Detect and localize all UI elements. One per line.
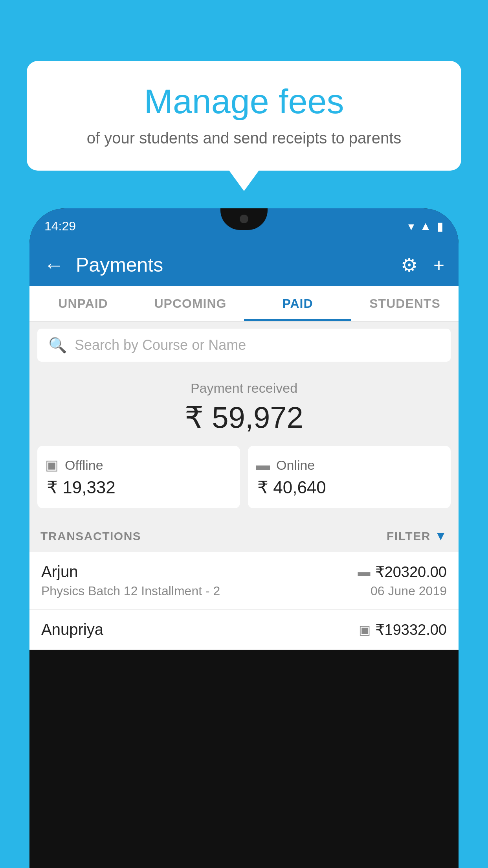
search-bar[interactable]: 🔍 Search by Course or Name xyxy=(37,329,451,362)
transaction-amount: ▬ ₹20320.00 xyxy=(358,563,447,581)
status-bar: 14:29 ▾ ▲ ▮ xyxy=(29,208,459,244)
tabs-bar: UNPAID UPCOMING PAID STUDENTS xyxy=(29,286,459,322)
tab-paid[interactable]: PAID xyxy=(244,286,351,321)
tab-students[interactable]: STUDENTS xyxy=(351,286,459,321)
transactions-header: TRANSACTIONS FILTER ▼ xyxy=(29,520,459,552)
bubble-title: Manage fees xyxy=(50,83,438,121)
payment-summary: Payment received ₹ 59,972 ▣ Offline ₹ 19… xyxy=(29,369,459,520)
offline-icon: ▣ xyxy=(45,457,59,473)
offline-amount: ₹ 19,332 xyxy=(45,477,232,497)
bubble-subtitle: of your students and send receipts to pa… xyxy=(50,129,438,147)
app-header: ← Payments ⚙ + xyxy=(29,244,459,286)
payment-total-amount: ₹ 59,972 xyxy=(37,400,451,435)
filter-button[interactable]: FILTER ▼ xyxy=(387,529,448,543)
payment-cards: ▣ Offline ₹ 19,332 ▬ Online ₹ 40,640 xyxy=(37,446,451,508)
tab-upcoming[interactable]: UPCOMING xyxy=(137,286,244,321)
online-amount: ₹ 40,640 xyxy=(256,477,443,497)
payment-received-label: Payment received xyxy=(37,381,451,396)
offline-label: Offline xyxy=(65,458,103,473)
status-time: 14:29 xyxy=(44,219,76,234)
transaction-course: Physics Batch 12 Installment - 2 xyxy=(41,584,220,598)
plus-icon[interactable]: + xyxy=(433,254,444,276)
wifi-icon: ▾ xyxy=(408,219,414,233)
amount-value: ₹19332.00 xyxy=(375,621,447,638)
battery-icon: ▮ xyxy=(437,219,444,233)
online-icon: ▬ xyxy=(256,457,270,473)
online-label: Online xyxy=(276,458,315,473)
back-button[interactable]: ← xyxy=(44,253,64,277)
search-icon: 🔍 xyxy=(48,337,67,354)
table-row[interactable]: Arjun ▬ ₹20320.00 Physics Batch 12 Insta… xyxy=(29,552,459,610)
transaction-name: Anupriya xyxy=(41,621,103,638)
signal-icon: ▲ xyxy=(420,219,431,233)
notch-camera xyxy=(240,215,248,223)
search-container: 🔍 Search by Course or Name xyxy=(29,322,459,369)
phone-frame: 14:29 ▾ ▲ ▮ ← Payments ⚙ + UNPAID UPCOMI… xyxy=(29,208,459,868)
transaction-list: Arjun ▬ ₹20320.00 Physics Batch 12 Insta… xyxy=(29,552,459,650)
cash-icon: ▣ xyxy=(359,622,371,637)
filter-label: FILTER xyxy=(387,530,431,543)
search-input[interactable]: Search by Course or Name xyxy=(75,337,246,353)
transactions-label: TRANSACTIONS xyxy=(40,530,141,543)
filter-icon: ▼ xyxy=(435,529,448,543)
gear-icon[interactable]: ⚙ xyxy=(401,254,418,276)
card-icon: ▬ xyxy=(358,565,371,579)
offline-card: ▣ Offline ₹ 19,332 xyxy=(37,446,240,508)
online-card: ▬ Online ₹ 40,640 xyxy=(248,446,451,508)
header-title: Payments xyxy=(76,254,389,276)
amount-value: ₹20320.00 xyxy=(375,563,447,581)
status-icons: ▾ ▲ ▮ xyxy=(408,219,444,233)
tab-unpaid[interactable]: UNPAID xyxy=(29,286,137,321)
phone-notch xyxy=(220,208,268,230)
speech-bubble: Manage fees of your students and send re… xyxy=(27,61,461,171)
transaction-name: Arjun xyxy=(41,563,78,581)
transaction-amount: ▣ ₹19332.00 xyxy=(359,621,447,638)
transaction-date: 06 June 2019 xyxy=(371,584,447,598)
table-row[interactable]: Anupriya ▣ ₹19332.00 xyxy=(29,610,459,650)
